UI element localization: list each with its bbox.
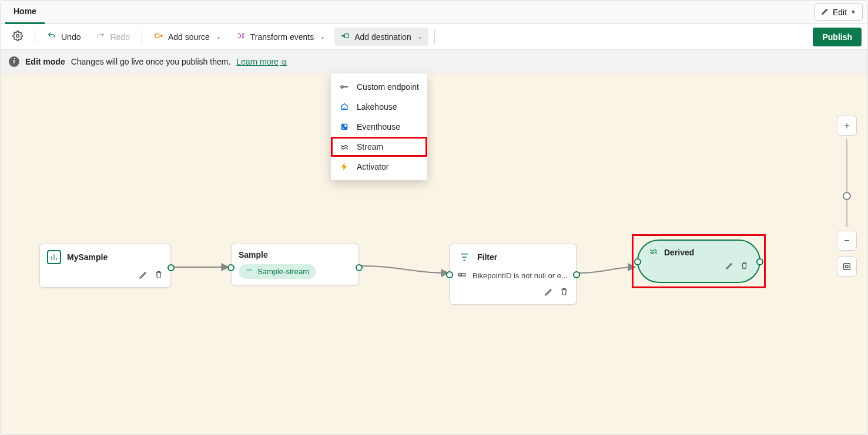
learn-more-link[interactable]: Learn more ⧉ <box>236 57 287 66</box>
chevron-down-icon: ⌄ <box>216 33 221 41</box>
node-title: Derived <box>664 248 694 257</box>
source-icon <box>154 31 163 42</box>
svg-rect-7 <box>844 264 850 270</box>
input-port[interactable] <box>446 271 453 278</box>
add-source-label: Add source <box>168 32 210 42</box>
zoom-slider[interactable] <box>846 139 847 227</box>
add-source-button[interactable]: Add source ⌄ <box>148 28 227 46</box>
sample-stream-pill[interactable]: Sample-stream <box>239 264 316 279</box>
lakehouse-icon <box>339 102 350 112</box>
edit-node-button[interactable] <box>139 270 148 281</box>
dd-item-activator[interactable]: Activator <box>331 157 427 177</box>
node-filter[interactable]: Filter BikepointID is not null or e... <box>450 244 577 305</box>
toolbar: Undo Redo Add source ⌄ Transform events … <box>1 24 867 50</box>
undo-button[interactable]: Undo <box>41 28 86 46</box>
input-port[interactable] <box>634 258 641 265</box>
output-port[interactable] <box>167 264 175 271</box>
publish-button[interactable]: Publish <box>813 28 862 46</box>
zoom-thumb[interactable] <box>843 192 851 200</box>
eventhouse-icon <box>339 122 350 132</box>
info-icon: i <box>9 56 19 67</box>
transform-events-button[interactable]: Transform events ⌄ <box>230 28 331 46</box>
info-title: Edit mode <box>25 57 65 66</box>
dd-item-label: Stream <box>357 142 383 151</box>
zoom-controls: ＋ − <box>837 116 857 276</box>
stream-icon <box>246 267 253 276</box>
edit-button-label: Edit <box>833 8 847 17</box>
redo-icon <box>96 31 105 42</box>
separator <box>434 30 435 44</box>
learn-more-label: Learn more <box>236 57 279 66</box>
edit-node-button[interactable] <box>725 261 734 272</box>
edit-node-button[interactable] <box>544 287 554 298</box>
chevron-down-icon: ⌄ <box>320 33 325 41</box>
output-port[interactable] <box>756 258 763 265</box>
stream-icon <box>649 247 658 258</box>
input-port[interactable] <box>227 264 234 271</box>
canvas[interactable]: Custom endpoint Lakehouse Eventhouse Str… <box>1 73 867 435</box>
pill-label: Sample-stream <box>257 267 309 276</box>
transform-icon <box>236 31 246 42</box>
transform-events-label: Transform events <box>250 32 314 42</box>
zoom-in-button[interactable]: ＋ <box>837 116 857 136</box>
svg-point-5 <box>344 124 347 127</box>
node-mysample[interactable]: MySample <box>39 244 171 288</box>
delete-node-button[interactable] <box>740 261 749 272</box>
dd-item-custom-endpoint[interactable]: Custom endpoint <box>331 77 427 97</box>
chart-icon <box>47 250 61 264</box>
settings-button[interactable] <box>6 27 29 46</box>
node-title: Filter <box>477 252 497 262</box>
delete-node-button[interactable] <box>154 270 163 281</box>
destination-icon <box>340 31 350 42</box>
node-derived[interactable]: Derived <box>637 240 760 283</box>
svg-rect-8 <box>846 265 848 268</box>
svg-rect-2 <box>345 34 349 38</box>
dd-item-eventhouse[interactable]: Eventhouse <box>331 117 427 137</box>
endpoint-icon <box>339 82 350 92</box>
output-port[interactable] <box>356 264 363 271</box>
redo-button[interactable]: Redo <box>90 28 135 46</box>
info-message: Changes will go live once you publish th… <box>71 57 231 66</box>
undo-icon <box>47 31 56 42</box>
pencil-icon <box>821 7 829 17</box>
add-destination-button[interactable]: Add destination ⌄ <box>334 28 428 46</box>
node-derived-highlight: Derived <box>632 234 766 288</box>
tab-home[interactable]: Home <box>5 1 45 24</box>
edit-button-top[interactable]: Edit ▼ <box>815 4 863 21</box>
filter-condition: BikepointID is not null or e... <box>472 271 568 280</box>
svg-rect-1 <box>155 34 159 38</box>
caret-down-icon: ▼ <box>850 9 856 15</box>
dd-item-stream[interactable]: Stream <box>331 137 427 157</box>
chevron-down-icon: ⌄ <box>417 33 423 41</box>
gear-icon <box>12 31 23 43</box>
node-sample[interactable]: Sample Sample-stream <box>231 244 359 285</box>
separator <box>35 30 35 44</box>
activator-icon <box>339 161 350 172</box>
info-bar: i Edit mode Changes will go live once yo… <box>1 50 867 73</box>
node-title: Sample <box>239 250 268 259</box>
dd-item-label: Lakehouse <box>357 102 397 112</box>
dd-item-label: Custom endpoint <box>357 82 419 92</box>
dd-item-lakehouse[interactable]: Lakehouse <box>331 97 427 117</box>
stream-icon <box>339 141 350 152</box>
svg-point-0 <box>16 35 19 38</box>
fit-view-button[interactable] <box>837 257 857 276</box>
dd-item-label: Activator <box>357 162 388 171</box>
redo-label: Redo <box>110 32 129 42</box>
node-title: MySample <box>67 252 108 262</box>
undo-label: Undo <box>61 32 81 42</box>
svg-rect-4 <box>341 124 348 130</box>
filter-icon <box>457 250 471 264</box>
condition-icon <box>457 270 467 281</box>
svg-point-3 <box>341 86 343 88</box>
zoom-out-button[interactable]: − <box>837 231 857 251</box>
dd-item-label: Eventhouse <box>357 122 400 131</box>
add-destination-dropdown: Custom endpoint Lakehouse Eventhouse Str… <box>331 73 427 180</box>
add-destination-label: Add destination <box>354 32 411 42</box>
external-link-icon: ⧉ <box>280 58 287 66</box>
output-port[interactable] <box>573 271 580 278</box>
separator <box>142 30 142 44</box>
tab-row: Home Edit ▼ <box>1 1 867 24</box>
delete-node-button[interactable] <box>559 287 569 298</box>
